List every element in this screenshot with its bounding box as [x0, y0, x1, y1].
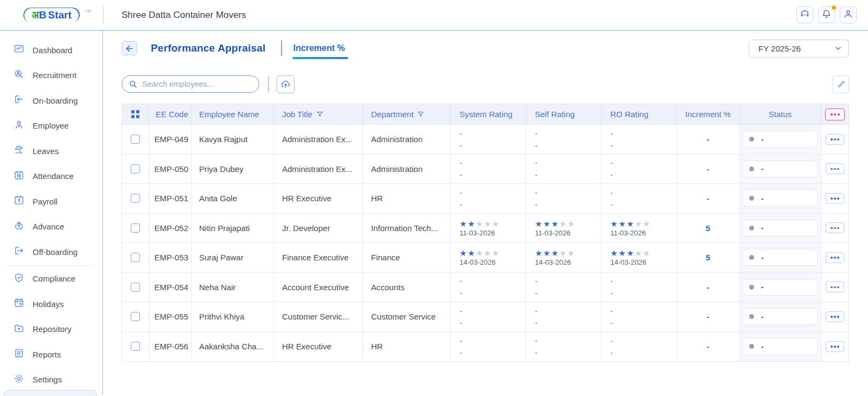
back-button[interactable]: [122, 41, 137, 55]
row-checkbox[interactable]: [131, 283, 140, 292]
star-icon: ★: [459, 219, 468, 228]
notifications-button[interactable]: [818, 7, 835, 23]
row-checkbox[interactable]: [131, 223, 140, 233]
status-dot-icon: [749, 167, 754, 171]
row-more-actions-button[interactable]: [826, 193, 844, 204]
sidebar-item-recruitment[interactable]: Recruitment: [0, 63, 102, 88]
employee-name: Suraj Pawar: [199, 253, 244, 262]
sidebar-item-compliance[interactable]: Compliance: [0, 266, 102, 292]
department-cell: HR: [363, 332, 451, 362]
select-all-grid-icon[interactable]: [131, 110, 139, 118]
row-checkbox[interactable]: [131, 342, 140, 351]
job-title: Account Executive: [282, 283, 349, 292]
row-checkbox[interactable]: [131, 312, 140, 321]
sidebar-item-label: Dashboard: [33, 46, 72, 55]
sidebar-item-dashboard[interactable]: Dashboard: [0, 37, 102, 63]
status-select[interactable]: -: [743, 131, 818, 148]
sidebar-item-off-boarding[interactable]: Off-boarding: [0, 239, 102, 265]
star-rating: ★★★★★: [610, 219, 651, 228]
row-more-actions-button[interactable]: [826, 252, 844, 263]
ro-rating-cell: --: [602, 273, 677, 302]
row-checkbox[interactable]: [131, 135, 140, 144]
upload-button[interactable]: [277, 75, 295, 93]
increment-value: -: [707, 194, 710, 203]
status-select[interactable]: -: [743, 190, 818, 207]
empty-rating-placeholder: --: [610, 159, 613, 178]
tab-increment-percent[interactable]: Increment %: [293, 43, 345, 53]
rating-date: 11-03-2026: [610, 229, 646, 237]
row-more-actions-button[interactable]: [826, 311, 844, 322]
ee-code-cell: EMP-056: [149, 332, 192, 362]
empty-rating-placeholder: --: [459, 189, 462, 208]
department: Accounts: [371, 283, 405, 292]
column-header-label: RO Rating: [610, 110, 648, 119]
search-box: [122, 75, 259, 93]
system-rating-cell: --: [451, 125, 526, 154]
fiscal-year-select[interactable]: FY 2025-26: [749, 40, 849, 58]
profile-button[interactable]: [840, 7, 857, 23]
table-row: EMP-051Anita GoleHR ExecutiveHR--------: [122, 184, 848, 214]
empty-rating-placeholder: --: [610, 277, 613, 297]
ro-rating-cell: ★★★★★14-03-2026: [602, 243, 677, 272]
sidebar-bottom-card[interactable]: [4, 390, 97, 396]
employee-name: Aakanksha Cha...: [199, 342, 263, 351]
job-title-cell: HR Executive: [274, 184, 363, 213]
increment-value: -: [707, 342, 710, 351]
system-rating-cell: ★★★★★14-03-2026: [451, 243, 526, 272]
empty-rating-placeholder: --: [610, 130, 613, 149]
status-select[interactable]: -: [743, 308, 818, 325]
sidebar-item-on-boarding[interactable]: On-boarding: [0, 88, 102, 113]
row-checkbox[interactable]: [131, 194, 140, 203]
header-more-actions-button[interactable]: [825, 108, 845, 120]
row-select-cell: [122, 243, 149, 272]
status-value: -: [761, 253, 764, 262]
department-cell: Accounts: [363, 273, 451, 302]
self-rating-cell: ★★★★★14-03-2026: [526, 243, 602, 272]
star-rating: ★★★★★: [535, 248, 576, 258]
sidebar-item-payroll[interactable]: ₹Payroll: [0, 189, 102, 214]
search-input[interactable]: [142, 80, 252, 88]
row-checkbox[interactable]: [131, 253, 140, 262]
job-title: HR Executive: [282, 194, 331, 203]
row-select-cell: [122, 273, 149, 302]
sidebar-item-reports[interactable]: Reports: [0, 342, 102, 367]
increment-cell: -: [677, 273, 739, 302]
department: Administration: [371, 135, 423, 144]
rating-date: 14-03-2026: [535, 258, 571, 266]
increment-value: -: [707, 164, 710, 174]
sidebar-item-label: Repository: [33, 324, 72, 334]
sidebar-item-settings[interactable]: Settings: [0, 367, 102, 393]
status-select[interactable]: -: [743, 338, 818, 355]
status-select[interactable]: -: [743, 161, 818, 177]
offboarding-icon: [14, 245, 24, 258]
profile-icon: [843, 9, 853, 21]
filter-icon[interactable]: [417, 111, 424, 118]
star-icon: ★: [484, 248, 492, 258]
sidebar-item-attendance[interactable]: Attendance: [0, 164, 102, 189]
row-more-actions-button[interactable]: [826, 163, 844, 174]
sidebar-item-holidays[interactable]: Holidays: [0, 291, 102, 317]
edit-button[interactable]: [833, 75, 849, 93]
status-select[interactable]: -: [743, 249, 818, 266]
row-checkbox[interactable]: [131, 164, 140, 174]
job-title: HR Executive: [282, 342, 331, 351]
status-select[interactable]: -: [743, 220, 818, 237]
row-more-actions-button[interactable]: [826, 222, 844, 233]
column-header-label: Department: [371, 110, 413, 119]
system-rating-cell: ★★★★★11-03-2026: [451, 214, 526, 243]
row-more-actions-button[interactable]: [826, 282, 844, 292]
sidebar-item-employee[interactable]: Employee: [0, 113, 102, 139]
empty-rating-placeholder: --: [535, 277, 538, 297]
row-more-actions-button[interactable]: [826, 341, 844, 352]
filter-icon[interactable]: [316, 111, 323, 118]
content: Performance Appraisal Increment % FY 202…: [103, 31, 868, 395]
support-button[interactable]: [796, 7, 813, 23]
sidebar-item-repository[interactable]: Repository: [0, 317, 102, 342]
ee-code: EMP-055: [154, 312, 188, 321]
sidebar-item-leaves[interactable]: Leaves: [0, 138, 102, 164]
ee-code: EMP-049: [154, 135, 188, 144]
row-more-actions-button[interactable]: [826, 134, 844, 145]
status-select[interactable]: -: [743, 279, 818, 296]
sidebar-item-advance[interactable]: ₹Advance: [0, 214, 102, 240]
status-value: -: [761, 312, 764, 321]
